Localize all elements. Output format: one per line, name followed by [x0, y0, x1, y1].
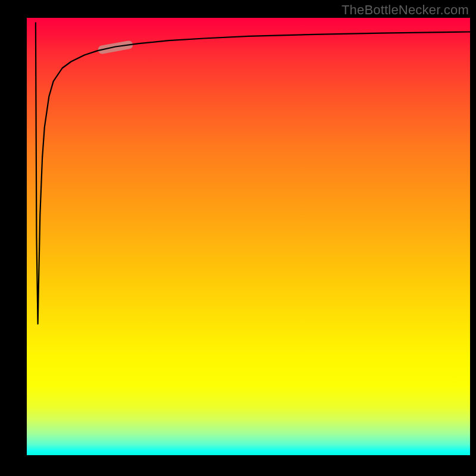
watermark-text: TheBottleNecker.com	[342, 2, 469, 18]
chart-container: TheBottleNecker.com	[0, 0, 476, 476]
chart-plot-area	[27, 18, 470, 455]
